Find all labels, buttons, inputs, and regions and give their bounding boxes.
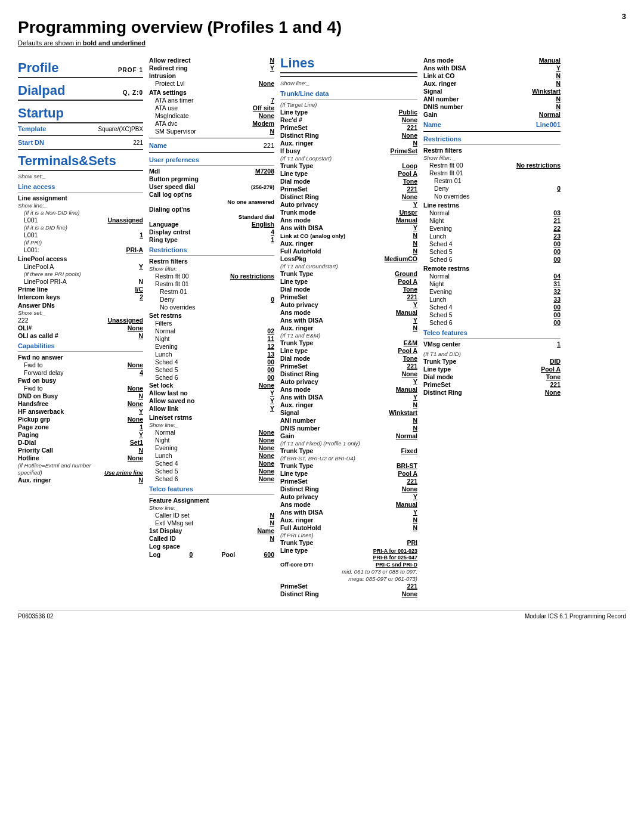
prime-line-label: Prime line xyxy=(18,286,48,293)
ans-mode-bri-row: Ans mode Manual xyxy=(280,501,417,508)
page-footer: P0603536 02 Modular ICS 6.1 Programming … xyxy=(18,610,626,620)
distinct-ring-bri-value: None xyxy=(402,485,417,493)
line-type4-label: Line type xyxy=(280,347,308,354)
telco-features-4-header: Telco features xyxy=(423,329,561,336)
l001-did-row: L001 1 xyxy=(18,231,143,239)
link-at-co-row: Link at CO (analog only) N xyxy=(280,232,417,239)
d-dial-row: D-Dial Set1 xyxy=(18,439,143,446)
profile-code: PROF 1 xyxy=(118,67,143,73)
no-overrides-4: No overrides xyxy=(423,193,561,200)
sched5-value: 00 xyxy=(267,366,274,373)
allow-last-no-value: Y xyxy=(270,389,274,397)
restrn-flt-00-4-label: Restrn flt 00 xyxy=(423,162,463,169)
handsfree-row: Handsfree None xyxy=(18,400,143,407)
log-pool-row: Log 0 Pool 600 xyxy=(149,551,274,558)
d-dial-label: D-Dial xyxy=(18,439,36,446)
aux-ringer-4-row: Aux. ringer N xyxy=(280,401,417,408)
dial-mode-label: Dial mode xyxy=(280,178,310,185)
extl-vmsg-set-row: Extl VMsg set N xyxy=(149,519,274,527)
link-at-co-value: N xyxy=(413,232,417,239)
distinct-ring3-value: None xyxy=(402,370,417,377)
trunk-type-ground-label: Trunk Type xyxy=(280,270,313,277)
aux-ringer-3-row: Aux. ringer N xyxy=(280,140,417,147)
dial-mode-did-label: Dial mode xyxy=(423,373,453,380)
line-type-pri1-value: PRI-A for 001-023 xyxy=(373,548,417,554)
dial-mode3-value: Tone xyxy=(403,355,417,362)
lunch2-4-label: Lunch xyxy=(429,296,447,303)
vmsg-center-row: VMsg center 1 xyxy=(423,340,561,348)
full-autohold-label: Full AutoHold xyxy=(280,247,321,255)
sched4-value: 00 xyxy=(267,358,274,366)
aux-ringer-3g-label: Aux. ringer xyxy=(280,324,313,332)
l001-pri-label: L001: xyxy=(24,246,39,253)
primeset3-label: PrimeSet xyxy=(280,293,308,301)
allow-link-row: Allow link Y xyxy=(149,405,274,412)
allow-redirect-row: Allow redirect N xyxy=(149,57,274,64)
line-access-header: Line access xyxy=(18,183,143,190)
l001-did-label: L001 xyxy=(24,231,38,239)
dn-222-value: Unassigned xyxy=(107,317,143,324)
sched4-2-4-value: 00 xyxy=(553,304,561,311)
trunk-type-ground-row: Trunk Type Ground xyxy=(280,270,417,277)
show-line3: Show line:_ xyxy=(149,504,274,511)
evening2-4-label: Evening xyxy=(429,288,452,295)
if-busy-row: If busy PrimeSet xyxy=(280,147,417,154)
recd-value: None xyxy=(402,116,417,123)
sched5-2-4-row: Sched 5 00 xyxy=(423,311,561,318)
evening2-value: None xyxy=(259,444,274,451)
ata-dvc-row: ATA dvc Modem xyxy=(149,120,274,127)
telco-features-header: Telco features xyxy=(149,485,274,493)
sched6-2-4-row: Sched 6 00 xyxy=(423,319,561,326)
did-note: (If it is a DID line) xyxy=(18,224,143,231)
ans-with-disa-value: Y xyxy=(413,224,417,231)
primeset-pri-label: PrimeSet xyxy=(280,583,308,590)
forward-delay-value: 4 xyxy=(140,369,143,376)
link-at-co-4-label: Link at CO xyxy=(423,72,455,79)
dn-222-row: 222 Unassigned xyxy=(18,317,143,324)
l001-pri-row: L001: PRI-A xyxy=(18,246,143,253)
trunk-type-did-row: Trunk Type DID xyxy=(423,358,561,365)
show-line-3: Show line:_ xyxy=(280,80,417,86)
dnis-number-4-value: N xyxy=(556,103,561,110)
sched4-2-value: None xyxy=(259,460,274,467)
line-set-restrns-label: Line/set rstrns xyxy=(149,414,192,421)
caller-id-set-value: N xyxy=(270,512,274,519)
sched6-2-label: Sched 6 xyxy=(155,475,178,482)
startup-title: Startup xyxy=(18,106,143,123)
page-number: 3 xyxy=(622,12,626,21)
loss-pkg-value: MediumCO xyxy=(385,255,417,262)
no-overrides: No overrides xyxy=(149,304,274,311)
start-dn-value: 221 xyxy=(133,140,143,146)
auto-privacy-row: Auto privacy Y xyxy=(280,201,417,208)
lunch-label: Lunch xyxy=(155,351,172,358)
night2-4-value: 31 xyxy=(553,280,561,287)
night2-row: Night None xyxy=(149,436,274,444)
line-type-label: Line type xyxy=(280,109,308,116)
restrn-flt-01-4-label: Restrn flt 01 xyxy=(429,169,463,176)
full-autohold-row: Full AutoHold N xyxy=(280,247,417,255)
display-cntrst-row: Display cntrst 4 xyxy=(149,228,274,236)
fwd-to2-label: Fwd to xyxy=(24,385,43,392)
fwd-no-answer-label: Fwd no answer xyxy=(18,354,63,361)
ans-mode3-label: Ans mode xyxy=(280,386,311,393)
dial-mode3-label: Dial mode xyxy=(280,355,310,362)
restrn-flt-00-4-row: Restrn flt 00 No restrictions xyxy=(423,162,561,169)
ata-settings-row: ATA settings xyxy=(149,89,274,96)
redirect-ring-value: Y xyxy=(270,64,274,72)
priority-call-value: N xyxy=(138,447,143,454)
normal2-row: Normal None xyxy=(149,429,274,436)
set-lock-value: None xyxy=(259,382,274,389)
feature-assignment-row: Feature Assignment xyxy=(149,497,274,504)
sched5-4-label: Sched 5 xyxy=(429,248,453,255)
oli-label: OLI# xyxy=(18,324,32,332)
gain-4-row: Gain Normal xyxy=(423,111,561,118)
normal-4-row: Normal 03 xyxy=(423,209,561,216)
hotline-note2: specified) xyxy=(18,469,42,476)
trunk-type-t1-label: Trunk Type xyxy=(280,162,313,169)
signal-4-label: Signal xyxy=(423,88,442,95)
sched6-4-value: 00 xyxy=(553,256,561,263)
t1-eam-note: (If T1 and E&M) xyxy=(280,332,417,339)
line-type-row: Line type Public xyxy=(280,109,417,116)
aux-ringer-4-label: Aux. ringer xyxy=(280,401,313,408)
trunk-type-bri-row: Trunk Type BRI-ST xyxy=(280,462,417,469)
